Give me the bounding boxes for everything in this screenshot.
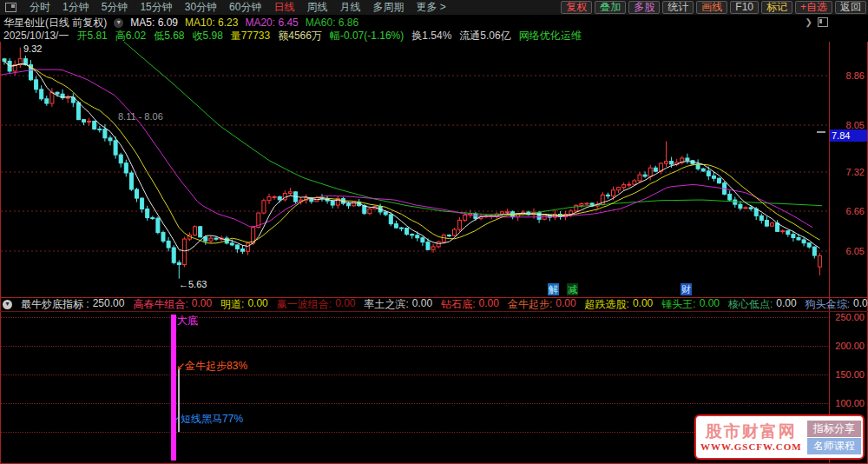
price-tag: 7.84 <box>830 129 868 142</box>
period-tab[interactable]: 更多 > <box>410 0 451 15</box>
watermark-text: 股市财富网 WWW.GSCFW.COM <box>700 422 802 452</box>
indicator-chevron-icon[interactable]: ▾ <box>3 300 12 309</box>
event-marker[interactable]: 减 <box>567 283 578 295</box>
info-row-2: 2025/10/13/一开5.81高6.02低5.68收5.98量77733额4… <box>3 30 582 42</box>
trendline-endpoint-marker <box>817 131 825 133</box>
indicator-value: 0.00 <box>247 298 267 311</box>
watermark-tag-1: 指标分享 <box>807 421 861 437</box>
chevron-down-icon[interactable]: ▾ <box>114 18 123 28</box>
panel-scale-label: 200.00 <box>830 341 865 351</box>
indicator-label: 钻石底: <box>441 298 475 311</box>
axis-price-label: 6.05 <box>830 246 865 256</box>
indicator-header-item: 率土之滨:0.00 <box>364 298 432 311</box>
indicator-panel[interactable]: 大底 ↙金牛起步83% ↙短线黑马77% 股市财富网 WWW.GSCFW.COM… <box>0 311 868 464</box>
indicator-header-item: 明道:0.00 <box>220 298 268 311</box>
indicator-value: 0.00 <box>556 298 575 311</box>
info-field: 开5.81 <box>76 29 107 43</box>
indicator-header-item: 钻石底:0.00 <box>441 298 499 311</box>
indicator-header-item: 高春牛组合:0.00 <box>133 298 212 311</box>
toolbar-button[interactable]: 统计 <box>662 1 694 14</box>
indicator-value: 0.00 <box>700 298 720 311</box>
period-tab[interactable]: 60分钟 <box>223 0 267 15</box>
app-window-icon[interactable] <box>5 3 16 12</box>
watermark-url: WWW.GSCFW.COM <box>700 441 802 452</box>
axis-price-label: 6.66 <box>830 206 865 216</box>
indicator-header-item: 核心低点:0.00 <box>728 298 797 311</box>
toolbar-button[interactable]: 标记 <box>761 1 792 14</box>
main-candlestick-chart[interactable]: 7.84 9.32 8.11 - 8.06 ←5.63 8.868.057.32… <box>0 42 868 297</box>
indicator-label: 狗头金综: <box>806 298 850 311</box>
toolbar-button[interactable]: 多股 <box>628 1 660 14</box>
indicator-value: 250.00 <box>93 298 125 311</box>
ma-value: MA10: 6.23 <box>185 17 238 29</box>
window-layout-icon[interactable] <box>818 17 828 27</box>
indicator-header-item: 狗头金综:0.00 <box>806 298 868 311</box>
toolbar-button[interactable]: 返回 <box>835 1 866 14</box>
indicator-header-item: 金牛起步:0.00 <box>508 298 576 311</box>
indicator-value: 0.00 <box>192 298 212 311</box>
axis-price-label: 8.05 <box>830 120 865 130</box>
panel-gridline <box>1 346 828 347</box>
ma-value: MA60: 6.86 <box>306 17 358 29</box>
panel-gridline <box>1 317 828 318</box>
period-tab[interactable]: 月线 <box>333 0 366 15</box>
watermark-title: 股市财富网 <box>706 422 797 441</box>
period-tab[interactable]: 5分钟 <box>95 0 135 15</box>
kline-canvas[interactable] <box>0 42 829 297</box>
period-tab[interactable]: 周线 <box>300 0 333 15</box>
info-field: 低5.68 <box>154 29 184 43</box>
indicator-header: ▾ 最牛炒底指标 :250.00高春牛组合:0.00明道:0.00赢一波组合:0… <box>0 298 868 311</box>
panel-scale-label: 150.00 <box>830 369 865 380</box>
indicator-label: 明道: <box>220 298 244 311</box>
indicator-label: 金牛起步: <box>508 298 552 311</box>
period-tab[interactable]: 日线 <box>267 0 300 15</box>
signal-bar <box>171 315 176 461</box>
info-field: 幅-0.07(-1.16%) <box>330 29 404 43</box>
period-tab[interactable]: 多周期 <box>366 0 410 15</box>
stock-info: 华星创业(日线 前复权) ▾ MA5: 6.09MA10: 6.23MA20: … <box>0 15 868 42</box>
period-tab[interactable]: 15分钟 <box>134 0 178 15</box>
toolbar-button[interactable]: 复权 <box>561 1 592 14</box>
watermark-tag-2: 名师课程 <box>807 438 861 454</box>
info-row-icons: ❯ <box>806 17 828 27</box>
watermark-box: 股市财富网 WWW.GSCFW.COM 指标分享 名师课程 <box>694 414 865 460</box>
chevron-right-icon[interactable]: ❯ <box>806 17 812 27</box>
indicator-header-item: 最牛炒底指标 :250.00 <box>21 298 124 311</box>
info-field: 换1.54% <box>411 29 451 43</box>
toolbar-button[interactable]: 叠加 <box>595 1 626 14</box>
indicator-label: 核心低点: <box>728 298 773 311</box>
top-toolbar: 分时1分钟5分钟15分钟30分钟60分钟日线周线月线多周期更多 > 复权叠加多股… <box>0 0 868 16</box>
indicator-header-item: 赢一波组合:0.00 <box>277 298 356 311</box>
toolbar-buttons: 复权叠加多股统计画线F10标记+自选返回 <box>561 1 866 14</box>
period-tab[interactable]: 1分钟 <box>56 0 95 15</box>
toolbar-button[interactable]: +自选 <box>795 1 832 14</box>
panel-gridline <box>1 403 828 404</box>
indicator-label: 高春牛组合: <box>133 298 187 311</box>
signal-bottom-label: ↙短线黑马77% <box>172 412 243 427</box>
indicator-value: 0.00 <box>776 298 796 311</box>
panel-scale-label: 250.00 <box>830 312 865 322</box>
signal-top-label: 大底 <box>177 314 198 328</box>
indicator-value: 0.00 <box>412 298 432 311</box>
info-field: 额4566万 <box>278 29 322 43</box>
toolbar-button[interactable]: F10 <box>730 1 759 14</box>
indicator-label: 率土之滨: <box>364 298 408 311</box>
axis-price-label: 7.32 <box>830 167 865 177</box>
watermark-tags: 指标分享 名师课程 <box>807 420 861 455</box>
info-field: 量77733 <box>231 29 270 43</box>
event-marker[interactable]: 财 <box>681 283 692 295</box>
axis-price-label: 8.86 <box>830 70 865 81</box>
period-tabs: 分时1分钟5分钟15分钟30分钟60分钟日线周线月线多周期更多 > <box>0 0 452 15</box>
period-tab[interactable]: 分时 <box>23 0 56 15</box>
info-field: 流通5.06亿 <box>459 29 510 43</box>
info-field: 2025/10/13/一 <box>3 29 69 43</box>
period-tab[interactable]: 30分钟 <box>179 0 223 15</box>
toolbar-button[interactable]: 画线 <box>696 1 727 14</box>
info-field: 高6.02 <box>115 29 146 43</box>
trendline-label: 8.11 - 8.06 <box>118 111 163 122</box>
event-marker[interactable]: 解 <box>548 283 559 295</box>
ma-value: MA20: 6.45 <box>245 17 298 29</box>
indicator-value: 0.00 <box>633 298 653 311</box>
panel-scale-label: 100.00 <box>830 398 865 408</box>
indicator-value: 0.00 <box>335 298 355 311</box>
